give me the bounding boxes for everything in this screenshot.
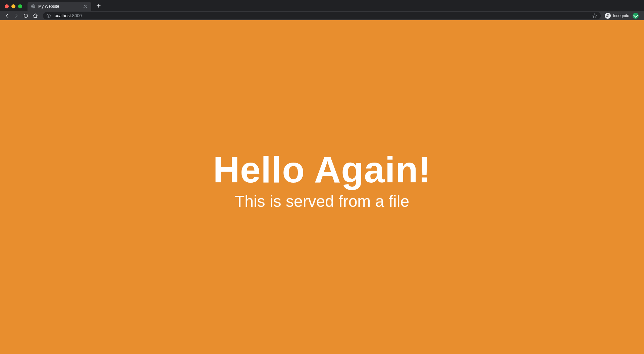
svg-point-3 — [48, 14, 49, 15]
home-button[interactable] — [32, 12, 39, 19]
page-subheading: This is served from a file — [235, 192, 409, 211]
star-icon — [592, 13, 597, 18]
site-info-button[interactable] — [46, 13, 51, 18]
address-bar[interactable]: localhost:8000 — [43, 12, 601, 19]
close-icon — [84, 5, 87, 8]
url-host: localhost — [54, 13, 71, 18]
info-icon — [46, 13, 51, 18]
browser-toolbar: localhost:8000 Incognito — [0, 11, 644, 20]
profile-button[interactable] — [633, 13, 639, 19]
window-controls — [3, 4, 25, 11]
reload-button[interactable] — [22, 12, 30, 19]
back-button[interactable] — [3, 12, 11, 19]
incognito-label: Incognito — [613, 13, 629, 18]
tab-title: My Website — [38, 4, 83, 9]
incognito-icon — [605, 13, 611, 19]
arrow-left-icon — [4, 13, 10, 18]
reload-icon — [23, 13, 29, 18]
page-content: Hello Again! This is served from a file — [0, 20, 644, 354]
bookmark-button[interactable] — [592, 13, 597, 18]
globe-icon — [31, 4, 36, 9]
incognito-indicator[interactable]: Incognito — [605, 13, 629, 19]
forward-button[interactable] — [13, 12, 20, 19]
svg-point-4 — [607, 16, 608, 17]
tab-bar: My Website — [0, 0, 644, 11]
window-minimize-button[interactable] — [11, 4, 15, 8]
tab-close-button[interactable] — [83, 4, 88, 9]
new-tab-button[interactable] — [94, 1, 103, 10]
window-close-button[interactable] — [5, 4, 9, 8]
toolbar-right: Incognito — [605, 13, 641, 19]
url-port: :8000 — [71, 13, 82, 18]
window-maximize-button[interactable] — [18, 4, 22, 8]
arrow-right-icon — [14, 13, 19, 18]
browser-tab[interactable]: My Website — [28, 2, 91, 11]
page-heading: Hello Again! — [213, 150, 431, 189]
svg-point-5 — [608, 16, 609, 17]
plus-icon — [97, 4, 101, 8]
browser-chrome: My Website — [0, 0, 644, 20]
home-icon — [33, 13, 38, 18]
